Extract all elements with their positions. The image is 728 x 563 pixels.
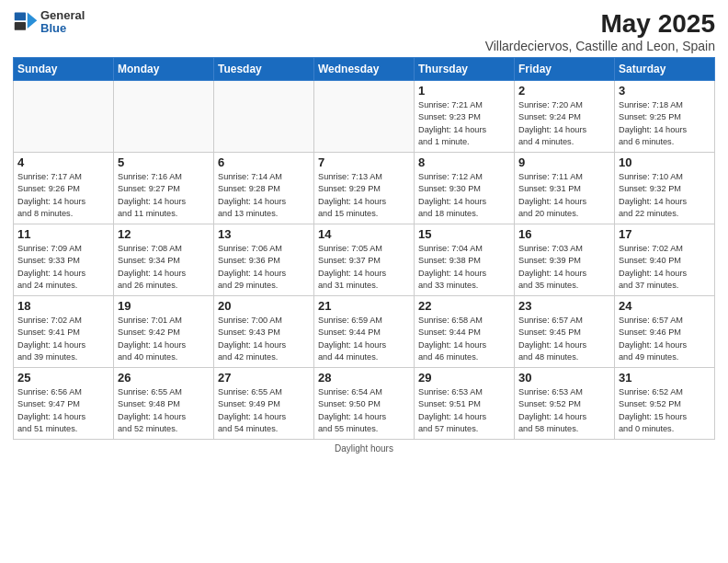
week-row-2: 11Sunrise: 7:09 AM Sunset: 9:33 PM Dayli… [14,224,715,296]
col-header-wednesday: Wednesday [314,58,415,81]
day-info: Sunrise: 7:04 AM Sunset: 9:38 PM Dayligh… [418,243,510,292]
day-number: 20 [218,299,310,313]
day-info: Sunrise: 7:13 AM Sunset: 9:29 PM Dayligh… [318,171,410,220]
day-number: 14 [318,227,410,241]
day-number: 7 [318,155,410,169]
day-cell: 5Sunrise: 7:16 AM Sunset: 9:27 PM Daylig… [114,153,214,224]
day-info: Sunrise: 7:08 AM Sunset: 9:34 PM Dayligh… [118,243,210,292]
day-info: Sunrise: 6:53 AM Sunset: 9:51 PM Dayligh… [418,386,510,435]
day-number: 10 [619,155,711,169]
day-info: Sunrise: 7:01 AM Sunset: 9:42 PM Dayligh… [118,315,210,363]
day-number: 12 [118,227,210,241]
day-number: 21 [318,299,410,313]
week-row-3: 18Sunrise: 7:02 AM Sunset: 9:41 PM Dayli… [14,296,715,368]
day-cell: 4Sunrise: 7:17 AM Sunset: 9:26 PM Daylig… [14,153,114,224]
day-cell: 19Sunrise: 7:01 AM Sunset: 9:42 PM Dayli… [114,296,214,368]
day-info: Sunrise: 7:00 AM Sunset: 9:43 PM Dayligh… [218,315,310,363]
day-number: 4 [17,155,109,169]
day-info: Sunrise: 7:02 AM Sunset: 9:41 PM Dayligh… [17,315,109,363]
day-info: Sunrise: 7:11 AM Sunset: 9:31 PM Dayligh… [518,171,610,220]
day-cell: 18Sunrise: 7:02 AM Sunset: 9:41 PM Dayli… [14,296,114,368]
day-cell: 27Sunrise: 6:55 AM Sunset: 9:49 PM Dayli… [214,368,314,440]
day-number: 18 [17,299,109,313]
day-number: 11 [17,227,109,241]
day-number: 9 [518,155,610,169]
week-row-0: 1Sunrise: 7:21 AM Sunset: 9:23 PM Daylig… [14,81,715,153]
day-cell: 31Sunrise: 6:52 AM Sunset: 9:52 PM Dayli… [615,368,715,440]
day-cell: 22Sunrise: 6:58 AM Sunset: 9:44 PM Dayli… [415,296,515,368]
day-info: Sunrise: 7:18 AM Sunset: 9:25 PM Dayligh… [619,99,711,148]
logo-line1: General [40,9,85,22]
day-info: Sunrise: 7:03 AM Sunset: 9:39 PM Dayligh… [518,243,610,292]
header: General Blue May 2025 Villardeciervos, C… [13,9,715,53]
day-info: Sunrise: 6:55 AM Sunset: 9:49 PM Dayligh… [218,386,310,435]
col-header-saturday: Saturday [615,58,715,81]
footer-note: Daylight hours [13,443,715,454]
day-info: Sunrise: 7:14 AM Sunset: 9:28 PM Dayligh… [218,171,310,220]
day-number: 25 [17,371,109,385]
day-cell: 17Sunrise: 7:02 AM Sunset: 9:40 PM Dayli… [615,224,715,296]
day-info: Sunrise: 7:06 AM Sunset: 9:36 PM Dayligh… [218,243,310,292]
day-cell: 6Sunrise: 7:14 AM Sunset: 9:28 PM Daylig… [214,153,314,224]
day-info: Sunrise: 6:53 AM Sunset: 9:52 PM Dayligh… [518,386,610,435]
logo-text: General Blue [40,9,85,36]
day-number: 16 [518,227,610,241]
day-info: Sunrise: 6:52 AM Sunset: 9:52 PM Dayligh… [619,386,711,435]
day-number: 23 [518,299,610,313]
day-info: Sunrise: 7:20 AM Sunset: 9:24 PM Dayligh… [518,99,610,148]
day-cell: 26Sunrise: 6:55 AM Sunset: 9:48 PM Dayli… [114,368,214,440]
day-cell: 29Sunrise: 6:53 AM Sunset: 9:51 PM Dayli… [415,368,515,440]
day-cell: 30Sunrise: 6:53 AM Sunset: 9:52 PM Dayli… [515,368,615,440]
day-cell [14,81,114,153]
week-row-4: 25Sunrise: 6:56 AM Sunset: 9:47 PM Dayli… [14,368,715,440]
col-header-sunday: Sunday [14,58,114,81]
col-header-monday: Monday [114,58,214,81]
day-number: 1 [418,84,510,98]
day-cell: 16Sunrise: 7:03 AM Sunset: 9:39 PM Dayli… [515,224,615,296]
day-info: Sunrise: 7:05 AM Sunset: 9:37 PM Dayligh… [318,243,410,292]
page-title: May 2025 [485,9,715,39]
day-number: 24 [619,299,711,313]
day-cell: 14Sunrise: 7:05 AM Sunset: 9:37 PM Dayli… [314,224,415,296]
title-block: May 2025 Villardeciervos, Castille and L… [485,9,715,53]
page: General Blue May 2025 Villardeciervos, C… [0,0,728,463]
calendar-table: SundayMondayTuesdayWednesdayThursdayFrid… [13,57,715,440]
logo-icon [13,9,39,35]
day-info: Sunrise: 7:12 AM Sunset: 9:30 PM Dayligh… [418,171,510,220]
day-number: 26 [118,371,210,385]
page-subtitle: Villardeciervos, Castille and Leon, Spai… [485,39,715,53]
col-header-friday: Friday [515,58,615,81]
day-info: Sunrise: 6:56 AM Sunset: 9:47 PM Dayligh… [17,386,109,435]
day-cell: 7Sunrise: 7:13 AM Sunset: 9:29 PM Daylig… [314,153,415,224]
day-number: 19 [118,299,210,313]
day-number: 30 [518,371,610,385]
col-header-tuesday: Tuesday [214,58,314,81]
day-cell: 3Sunrise: 7:18 AM Sunset: 9:25 PM Daylig… [615,81,715,153]
day-cell: 25Sunrise: 6:56 AM Sunset: 9:47 PM Dayli… [14,368,114,440]
day-info: Sunrise: 6:58 AM Sunset: 9:44 PM Dayligh… [418,315,510,363]
col-header-thursday: Thursday [415,58,515,81]
day-cell: 15Sunrise: 7:04 AM Sunset: 9:38 PM Dayli… [415,224,515,296]
day-number: 22 [418,299,510,313]
day-cell: 12Sunrise: 7:08 AM Sunset: 9:34 PM Dayli… [114,224,214,296]
day-number: 15 [418,227,510,241]
day-info: Sunrise: 6:57 AM Sunset: 9:46 PM Dayligh… [619,315,711,363]
day-cell: 8Sunrise: 7:12 AM Sunset: 9:30 PM Daylig… [415,153,515,224]
calendar-header-row: SundayMondayTuesdayWednesdayThursdayFrid… [14,58,715,81]
day-cell: 24Sunrise: 6:57 AM Sunset: 9:46 PM Dayli… [615,296,715,368]
svg-rect-0 [15,13,26,21]
day-cell: 21Sunrise: 6:59 AM Sunset: 9:44 PM Dayli… [314,296,415,368]
day-info: Sunrise: 7:02 AM Sunset: 9:40 PM Dayligh… [619,243,711,292]
day-number: 5 [118,155,210,169]
logo: General Blue [13,9,85,36]
logo-line2: Blue [40,22,85,35]
day-cell: 20Sunrise: 7:00 AM Sunset: 9:43 PM Dayli… [214,296,314,368]
day-info: Sunrise: 7:21 AM Sunset: 9:23 PM Dayligh… [418,99,510,148]
day-info: Sunrise: 7:10 AM Sunset: 9:32 PM Dayligh… [619,171,711,220]
day-cell [314,81,415,153]
day-info: Sunrise: 7:17 AM Sunset: 9:26 PM Dayligh… [17,171,109,220]
day-info: Sunrise: 7:16 AM Sunset: 9:27 PM Dayligh… [118,171,210,220]
day-cell: 9Sunrise: 7:11 AM Sunset: 9:31 PM Daylig… [515,153,615,224]
day-number: 2 [518,84,610,98]
day-number: 27 [218,371,310,385]
